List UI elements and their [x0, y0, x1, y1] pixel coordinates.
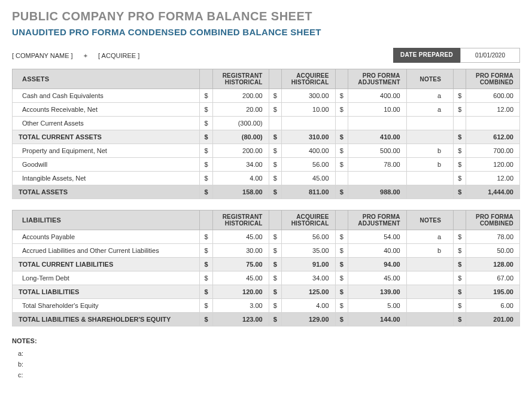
- row-label: Total Shareholder's Equity: [13, 299, 200, 313]
- registrant-value: 34.00: [212, 158, 269, 172]
- note-line: b:: [12, 359, 520, 370]
- combined-value: 67.00: [466, 271, 520, 285]
- currency-symbol: $: [454, 144, 466, 158]
- table-row: TOTAL ASSETS$158.00$811.00$988.00$1,444.…: [13, 185, 520, 199]
- entity-names: [ COMPANY NAME ] + [ ACQUIREE ]: [12, 52, 139, 59]
- acquiree-value: 129.00: [282, 313, 336, 326]
- combined-value: 1,444.00: [466, 185, 520, 199]
- currency-symbol: $: [454, 230, 466, 244]
- combined-value: 6.00: [466, 299, 520, 313]
- currency-symbol: $: [454, 244, 466, 258]
- note-ref: a: [406, 103, 453, 117]
- row-label: Long-Term Debt: [13, 271, 200, 285]
- currency-symbol: $: [335, 285, 348, 299]
- adjustment-value: 10.00: [348, 103, 406, 117]
- acquiree-value: 400.00: [282, 144, 336, 158]
- currency-symbol: $: [454, 299, 466, 313]
- col-spacer: [269, 69, 281, 89]
- currency-symbol: $: [335, 313, 348, 326]
- table-row: TOTAL CURRENT LIABILITIES$75.00$91.00$94…: [13, 258, 520, 271]
- table-row: Accounts Payable$45.00$56.00$54.00a$78.0…: [13, 230, 520, 244]
- table-row: Cash and Cash Equivalents$200.00$300.00$…: [13, 89, 520, 103]
- col-spacer: [200, 69, 212, 89]
- adjustment-value: 139.00: [348, 285, 406, 299]
- currency-symbol: $: [269, 172, 281, 185]
- date-value: 01/01/2020: [460, 48, 520, 63]
- currency-symbol: $: [200, 89, 212, 103]
- combined-value: 195.00: [466, 285, 520, 299]
- adjustment-value: 78.00: [348, 158, 406, 172]
- currency-symbol: $: [454, 172, 466, 185]
- col-adjustment: PRO FORMAADJUSTMENT: [348, 210, 406, 230]
- table-row: Accrued Liabilities and Other Current Li…: [13, 244, 520, 258]
- note-ref: [406, 299, 453, 313]
- currency-symbol: $: [200, 144, 212, 158]
- registrant-value: 120.00: [212, 285, 269, 299]
- acquiree-value: 56.00: [282, 230, 336, 244]
- table-row: Goodwill$34.00$56.00$78.00b$120.00: [13, 158, 520, 172]
- currency-symbol: $: [335, 244, 348, 258]
- row-label: Accounts Payable: [13, 230, 200, 244]
- acquiree-value: 45.00: [282, 172, 336, 185]
- adjustment-value: 40.00: [348, 244, 406, 258]
- assets-table: ASSETS REGISTRANTHISTORICAL ACQUIREEHIST…: [12, 69, 520, 199]
- note-ref: [406, 258, 453, 271]
- row-label: Goodwill: [13, 158, 200, 172]
- currency-symbol: $: [335, 89, 348, 103]
- col-spacer: [454, 69, 466, 89]
- col-adjustment: PRO FORMAADJUSTMENT: [348, 69, 406, 89]
- combined-value: 12.00: [466, 172, 520, 185]
- currency-symbol: $: [200, 313, 212, 326]
- table-row: Accounts Receivable, Net$20.00$10.00$10.…: [13, 103, 520, 117]
- col-notes: NOTES: [406, 69, 453, 89]
- currency-symbol: $: [200, 244, 212, 258]
- currency-symbol: $: [454, 103, 466, 117]
- table-row: Other Current Assets$(300.00): [13, 117, 520, 130]
- registrant-value: 45.00: [212, 271, 269, 285]
- registrant-value: 200.00: [212, 144, 269, 158]
- currency-symbol: $: [269, 244, 281, 258]
- currency-symbol: [335, 172, 348, 185]
- currency-symbol: $: [200, 130, 212, 144]
- combined-value: 120.00: [466, 158, 520, 172]
- currency-symbol: $: [454, 89, 466, 103]
- row-label: TOTAL LIABILITIES & SHAREHOLDER'S EQUITY: [13, 313, 200, 326]
- col-spacer: [269, 210, 281, 230]
- currency-symbol: $: [454, 271, 466, 285]
- col-notes: NOTES: [406, 210, 453, 230]
- currency-symbol: $: [200, 271, 212, 285]
- col-combined: PRO FORMACOMBINED: [466, 210, 520, 230]
- row-label: TOTAL CURRENT ASSETS: [13, 130, 200, 144]
- header-row: [ COMPANY NAME ] + [ ACQUIREE ] DATE PRE…: [12, 48, 520, 63]
- row-label: Intangible Assets, Net: [13, 172, 200, 185]
- col-registrant: REGISTRANTHISTORICAL: [212, 210, 269, 230]
- note-line: c:: [12, 370, 520, 380]
- currency-symbol: $: [269, 158, 281, 172]
- currency-symbol: $: [269, 144, 281, 158]
- note-ref: b: [406, 244, 453, 258]
- acquiree-name: [ ACQUIREE ]: [98, 52, 139, 59]
- currency-symbol: $: [335, 144, 348, 158]
- liabilities-table: LIABILITIES REGISTRANTHISTORICAL ACQUIRE…: [12, 210, 520, 326]
- currency-symbol: $: [335, 299, 348, 313]
- currency-symbol: $: [269, 130, 281, 144]
- adjustment-value: 94.00: [348, 258, 406, 271]
- liabilities-header: LIABILITIES: [13, 210, 200, 230]
- page-title: PUBLIC COMPANY PRO FORMA BALANCE SHEET: [12, 10, 520, 23]
- currency-symbol: $: [335, 271, 348, 285]
- table-row: TOTAL LIABILITIES & SHAREHOLDER'S EQUITY…: [13, 313, 520, 326]
- note-line: a:: [12, 348, 520, 359]
- currency-symbol: $: [269, 230, 281, 244]
- note-ref: a: [406, 89, 453, 103]
- adjustment-value: 45.00: [348, 271, 406, 285]
- currency-symbol: $: [200, 230, 212, 244]
- currency-symbol: $: [335, 230, 348, 244]
- note-ref: a: [406, 230, 453, 244]
- combined-value: 612.00: [466, 130, 520, 144]
- acquiree-value: 34.00: [282, 271, 336, 285]
- combined-value: 700.00: [466, 144, 520, 158]
- currency-symbol: $: [269, 258, 281, 271]
- currency-symbol: $: [269, 299, 281, 313]
- currency-symbol: $: [269, 313, 281, 326]
- registrant-value: 20.00: [212, 103, 269, 117]
